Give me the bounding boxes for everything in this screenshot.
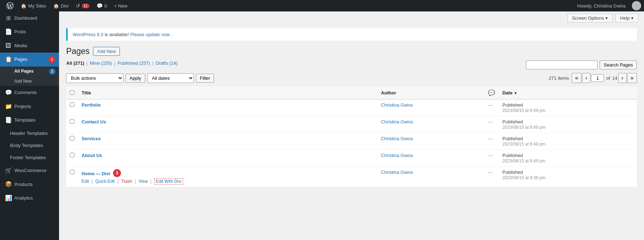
filter-published-count: (257) [139, 60, 150, 66]
row-author-link[interactable]: Christina Gwira [381, 136, 413, 141]
row-comments-val: — [488, 170, 493, 175]
add-new-button[interactable]: Add New [93, 47, 120, 56]
row-check [66, 116, 78, 133]
row-author-link[interactable]: Christina Gwira [381, 153, 413, 158]
date-filter-select[interactable]: All dates [147, 73, 194, 83]
submenu-item-all-pages[interactable]: All Pages 2 [0, 67, 59, 77]
sidebar-item-label: Pages [14, 56, 28, 63]
row-author-link[interactable]: Christina Gwira [381, 170, 413, 175]
sidebar-item-projects[interactable]: 📁 Projects [0, 100, 59, 113]
filter-button[interactable]: Filter [196, 74, 214, 83]
main-content: Screen Options ▾ Help ▾ WordPress 6.3 is… [59, 11, 644, 240]
projects-icon: 📁 [5, 103, 11, 111]
filter-all-link[interactable]: All (271) [66, 60, 84, 66]
sidebar-item-media[interactable]: 🖼 Media [0, 39, 59, 53]
row-action-edit[interactable]: Edit [82, 179, 89, 184]
row-checkbox[interactable] [70, 153, 74, 157]
row-author-cell: Christina Gwira [377, 150, 485, 167]
row-title-link[interactable]: Services [82, 136, 101, 141]
wp-logo[interactable] [3, 0, 17, 11]
sidebar-item-posts[interactable]: 📄 Posts [0, 25, 59, 39]
pages-icon: 📋 [5, 55, 11, 63]
col-author[interactable]: Author [377, 87, 485, 99]
row-comments-cell: — [484, 99, 499, 116]
table-body: Portfolio Christina Gwira — Published 20… [66, 99, 637, 187]
pagination-last[interactable]: » [627, 73, 637, 83]
search-input[interactable] [526, 60, 597, 69]
filter-published[interactable]: Published (257) | [118, 60, 156, 66]
update-icon: ↺ [76, 3, 80, 9]
row-title-link[interactable]: About Us [82, 153, 102, 158]
sidebar-item-label: Posts [14, 29, 26, 35]
adminbar-comments[interactable]: 💬 0 [93, 0, 111, 11]
filter-all[interactable]: All (271) | [66, 60, 90, 66]
row-action-quick-edit[interactable]: Quick Edit [95, 179, 115, 184]
comment-count: 0 [104, 3, 107, 9]
help-button[interactable]: Help ▾ [615, 14, 638, 23]
filter-mine[interactable]: Mine (155) | [90, 60, 118, 66]
table-row: Portfolio Christina Gwira — Published 20… [66, 99, 637, 116]
row-comments-val: — [488, 153, 493, 158]
submenu-item-add-new[interactable]: Add New [0, 77, 59, 86]
sidebar-item-analytics[interactable]: 📊 Analytics [0, 191, 59, 205]
row-action-view[interactable]: View [138, 179, 148, 184]
pagination-prev[interactable]: ‹ [582, 73, 590, 83]
search-pages-button[interactable]: Search Pages [600, 60, 637, 69]
sidebar-item-pages[interactable]: 📋 Pages 1 All Pages 2 Add New [0, 53, 59, 86]
trash-link[interactable]: Trash [121, 179, 132, 184]
site-label: Divi [61, 3, 69, 9]
col-title[interactable]: Title [78, 87, 377, 99]
adminbar-new[interactable]: + New [111, 0, 131, 11]
notice-link-update[interactable]: Please update now [130, 32, 170, 37]
row-checkbox[interactable] [70, 170, 74, 174]
row-title-link[interactable]: Home — Divi [82, 171, 110, 176]
sidebar-item-body-templates[interactable]: Body Templates [0, 139, 59, 152]
filter-mine-label: Mine [90, 60, 100, 66]
screen-options-button[interactable]: Screen Options ▾ [567, 14, 613, 23]
pagination-first[interactable]: « [572, 73, 581, 83]
row-author-link[interactable]: Christina Gwira [381, 102, 413, 108]
sidebar-item-footer-templates[interactable]: Footer Templates [0, 152, 59, 164]
row-date-cell: Published 2023/08/15 at 8:49 pm [499, 116, 637, 133]
bulk-actions-select[interactable]: Bulk actions Edit Move to Trash [66, 73, 123, 83]
filter-drafts[interactable]: Drafts (14) [156, 60, 177, 66]
sidebar-item-header-templates[interactable]: Header Templates [0, 127, 59, 139]
pagination-next[interactable]: › [618, 73, 626, 83]
row-action-edit-divi[interactable]: Edit With Divi [154, 178, 183, 185]
row-title-link[interactable]: Contact Us [82, 119, 106, 124]
apply-button[interactable]: Apply [126, 74, 145, 83]
sidebar-item-label: Comments [14, 89, 37, 96]
sidebar-item-comments[interactable]: 💬 Comments [0, 86, 59, 99]
row-comments-cell: — [484, 150, 499, 167]
pagination-current-page[interactable] [591, 74, 604, 82]
select-all-checkbox[interactable] [70, 90, 74, 95]
help-chevron-icon: ▾ [631, 15, 634, 21]
col-comments[interactable]: 💬 [484, 87, 499, 99]
notice-link-version[interactable]: WordPress 6.3 [73, 32, 103, 37]
adminbar-my-sites[interactable]: 🏠 My Sites [17, 0, 50, 11]
sidebar-item-dashboard[interactable]: ⊞ Dashboard [0, 11, 59, 25]
sidebar-item-woocommerce[interactable]: 🛒 WooCommerce [0, 164, 59, 177]
row-action-trash[interactable]: Trash [121, 179, 132, 184]
row-actions: Edit | Quick Edit | Trash | View | Edit … [82, 179, 374, 184]
dashboard-icon: ⊞ [5, 14, 11, 22]
row-title-link[interactable]: Portfolio [82, 102, 101, 108]
screen-options-label: Screen Options [572, 15, 604, 21]
col-date[interactable]: Date ▼ [499, 87, 637, 99]
edit-link[interactable]: Edit [82, 179, 89, 184]
filter-mine-link[interactable]: Mine (155) [90, 60, 112, 66]
row-checkbox[interactable] [70, 119, 74, 124]
filter-drafts-link[interactable]: Drafts (14) [156, 60, 177, 66]
filter-published-link[interactable]: Published (257) [118, 60, 150, 66]
adminbar-updates[interactable]: ↺ 11 [72, 0, 93, 11]
sidebar-item-products[interactable]: 📦 Products [0, 177, 59, 191]
row-checkbox[interactable] [70, 136, 74, 141]
edit-with-divi-link[interactable]: Edit With Divi [156, 179, 181, 184]
sidebar-item-templates[interactable]: 📑 Templates [0, 113, 59, 127]
view-link[interactable]: View [138, 179, 148, 184]
quick-edit-link[interactable]: Quick Edit [95, 179, 115, 184]
row-checkbox[interactable] [70, 102, 74, 107]
adminbar-site[interactable]: 🏠 Divi [50, 0, 72, 11]
row-date-cell: Published 2023/08/15 at 8:38 pm [499, 167, 637, 187]
row-author-link[interactable]: Christina Gwira [381, 119, 413, 124]
